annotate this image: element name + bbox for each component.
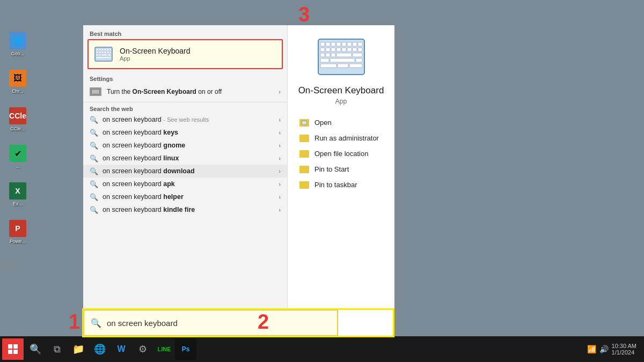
- search-panel: Best match: [83, 25, 394, 336]
- taskbar-search-btn[interactable]: 🔍: [25, 338, 46, 360]
- network-icon: 📶: [587, 345, 596, 353]
- badge-number-1: 1: [69, 312, 80, 332]
- web-arrow-7: ›: [279, 194, 281, 200]
- svg-rect-44: [338, 64, 348, 68]
- web-result-3[interactable]: 🔍 on screen keyboard gnome ›: [83, 139, 287, 152]
- system-tray: 📶 🔊 10:30 AM1/1/2024: [587, 343, 642, 356]
- svg-rect-30: [336, 48, 341, 51]
- settings-icon: [90, 87, 101, 96]
- svg-rect-37: [331, 53, 335, 57]
- open-location-icon: [299, 150, 309, 158]
- action-pin-taskbar[interactable]: Pin to taskbar: [297, 177, 385, 193]
- svg-rect-12: [109, 51, 111, 53]
- web-arrow-6: ›: [279, 181, 281, 187]
- best-match-text: On-Screen Keyboard App: [120, 47, 191, 62]
- svg-rect-11: [107, 51, 109, 53]
- pin-start-icon: [299, 166, 309, 173]
- settings-section: Settings Turn the On-Screen Keyboard on …: [83, 73, 287, 101]
- svg-rect-13: [96, 54, 98, 56]
- taskbar-chrome[interactable]: 🌐: [89, 338, 111, 360]
- svg-rect-41: [330, 58, 355, 62]
- svg-rect-8: [99, 51, 101, 53]
- settings-label: Settings: [83, 73, 287, 83]
- badge-number-3: 3: [298, 4, 310, 25]
- search-input[interactable]: [107, 319, 331, 328]
- svg-rect-7: [96, 51, 98, 53]
- taskbar-task-view[interactable]: ⧉: [46, 338, 68, 360]
- web-arrow-5: ›: [279, 168, 281, 174]
- taskbar-ps[interactable]: Ps: [175, 338, 196, 360]
- taskbar-settings[interactable]: ⚙: [132, 338, 153, 360]
- search-bar[interactable]: 🔍: [83, 309, 338, 336]
- svg-rect-15: [101, 54, 107, 56]
- clock: 10:30 AM1/1/2024: [612, 343, 636, 356]
- panel-body: Best match: [83, 25, 394, 336]
- web-result-1[interactable]: 🔍 on screen keyboard - See web results ›: [83, 113, 287, 126]
- web-result-2[interactable]: 🔍 on screen keyboard keys ›: [83, 126, 287, 139]
- svg-rect-21: [331, 42, 335, 46]
- best-match-label: Best match: [83, 25, 287, 39]
- svg-rect-22: [336, 42, 341, 46]
- app-icon-small: [94, 45, 113, 64]
- badge-number-2: 2: [258, 312, 269, 332]
- svg-rect-45: [349, 64, 362, 68]
- svg-rect-16: [108, 54, 111, 56]
- search-icon-1: 🔍: [90, 116, 97, 123]
- taskbar-line[interactable]: LINE: [153, 338, 175, 360]
- web-result-4[interactable]: 🔍 on screen keyboard linux ›: [83, 152, 287, 165]
- web-result-6[interactable]: 🔍 on screen keyboard apk ›: [83, 178, 287, 190]
- search-bar-icon: 🔍: [91, 318, 101, 328]
- desktop-icon-3[interactable]: CCle CCle...: [4, 107, 31, 131]
- svg-rect-34: [358, 48, 362, 51]
- search-icon-3: 🔍: [90, 142, 97, 149]
- settings-arrow: ›: [279, 88, 281, 95]
- action-list: Open Run as administrator Open file loca…: [295, 115, 387, 193]
- desktop-icon-6[interactable]: P Powe...: [4, 220, 31, 244]
- svg-rect-38: [336, 53, 352, 57]
- web-result-8[interactable]: 🔍 on screen keyboard kindle fire ›: [83, 203, 287, 216]
- desktop-icon-2[interactable]: 🖼 Chr...: [4, 70, 31, 94]
- start-button[interactable]: [2, 338, 24, 360]
- web-result-7[interactable]: 🔍 on screen keyboard helper ›: [83, 190, 287, 203]
- desktop-icons-area: 🌐 Goo... 🖼 Chr... CCle CCle... ✔ ... X E…: [0, 0, 83, 333]
- svg-rect-39: [353, 53, 362, 57]
- action-open-location[interactable]: Open file location: [297, 146, 385, 161]
- action-open[interactable]: Open: [297, 115, 385, 130]
- taskbar: 🔍 ⧉ 📁 🌐 W ⚙ LINE Ps 📶 🔊 10:30 AM1/1/2024: [0, 336, 644, 362]
- right-app-type: App: [335, 98, 347, 105]
- svg-rect-35: [320, 53, 325, 57]
- svg-rect-4: [104, 49, 106, 50]
- svg-rect-17: [96, 57, 111, 58]
- keyboard-icon: [94, 47, 113, 62]
- best-match-item[interactable]: On-Screen Keyboard App: [87, 39, 283, 69]
- search-icon-5: 🔍: [90, 167, 97, 175]
- volume-icon: 🔊: [599, 345, 609, 353]
- best-match-section: Best match: [83, 25, 287, 73]
- web-arrow-2: ›: [279, 129, 281, 136]
- svg-rect-29: [331, 48, 335, 51]
- web-arrow-1: ›: [279, 116, 281, 123]
- right-column: On-Screen Keyboard App Open Run as admin…: [287, 25, 394, 336]
- web-arrow-4: ›: [279, 155, 281, 161]
- web-arrow-3: ›: [279, 142, 281, 149]
- search-icon-6: 🔍: [90, 180, 97, 188]
- taskbar-word[interactable]: W: [111, 338, 132, 360]
- svg-rect-3: [101, 49, 104, 50]
- svg-rect-31: [342, 48, 346, 51]
- search-icon-4: 🔍: [90, 154, 97, 162]
- svg-rect-6: [109, 49, 111, 50]
- desktop-icon-1[interactable]: 🌐 Goo...: [4, 32, 31, 56]
- settings-item-1[interactable]: Turn the On-Screen Keyboard on or off ›: [83, 83, 287, 101]
- web-result-5[interactable]: 🔍 on screen keyboard download ›: [83, 165, 287, 178]
- web-arrow-8: ›: [279, 206, 281, 213]
- svg-rect-5: [107, 49, 109, 50]
- svg-rect-2: [99, 49, 101, 50]
- svg-rect-23: [342, 42, 346, 46]
- svg-rect-14: [99, 54, 101, 56]
- taskbar-explorer[interactable]: 📁: [68, 338, 89, 360]
- action-run-admin[interactable]: Run as administrator: [297, 130, 385, 146]
- svg-rect-28: [326, 48, 330, 51]
- best-match-app-name: On-Screen Keyboard: [120, 47, 191, 55]
- desktop-icon-4[interactable]: ✔ ...: [4, 145, 31, 169]
- action-pin-start[interactable]: Pin to Start: [297, 161, 385, 177]
